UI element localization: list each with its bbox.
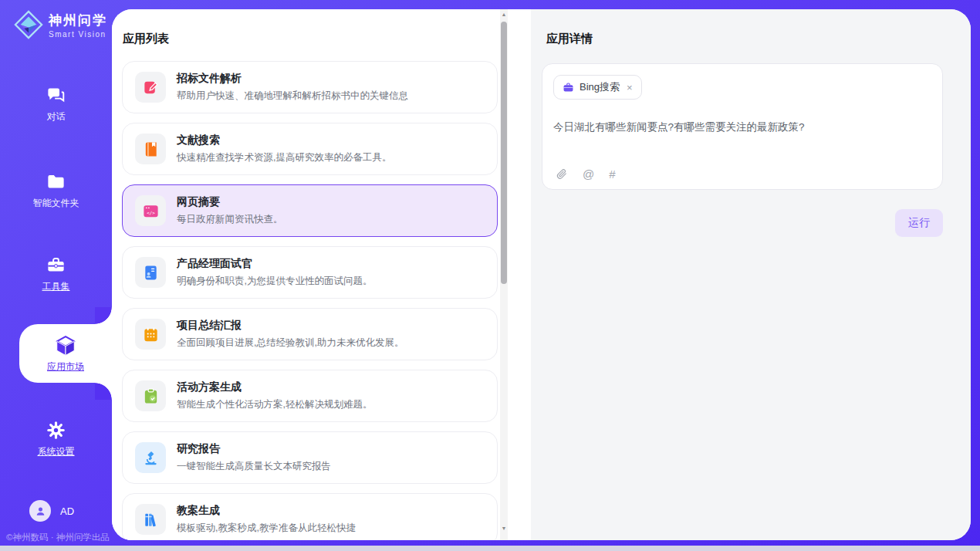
list-item-web-summary-selected[interactable]: </> 网页摘要 每日政府新闻资讯快查。 [122, 184, 498, 237]
sidebar: 神州问学 Smart Vision 对话 智能文件夹 工具集 [0, 0, 112, 551]
app-name: 招标文件解析 [177, 72, 408, 86]
edit-doc-icon [135, 72, 166, 103]
app-name: 活动方案生成 [177, 380, 372, 394]
main-content: 应用列表 招标文件解析 帮助用户快速、准确地理解和解析招标书中的关键信息 [112, 9, 971, 540]
sidebar-item-toolset[interactable]: 工具集 [0, 255, 112, 293]
mention-icon[interactable]: @ [583, 167, 594, 181]
sidebar-item-label: 工具集 [42, 280, 70, 293]
scrollbar-thumb[interactable] [501, 22, 507, 284]
app-desc: 智能生成个性化活动方案,轻松解决规划难题。 [177, 398, 372, 411]
cube-icon [54, 334, 77, 357]
tool-chip-bing-search[interactable]: Bing搜索 × [553, 75, 642, 100]
clipboard-check-icon [135, 380, 166, 411]
app-logo: 神州问学 Smart Vision [14, 10, 107, 39]
book-icon [135, 134, 166, 164]
chip-close-icon[interactable]: × [627, 82, 633, 93]
scroll-down-button[interactable]: ▼ [500, 523, 508, 534]
app-desc: 明确身份和职责,为您提供专业性的面试问题。 [177, 275, 372, 288]
list-item-research-report[interactable]: 研究报告 一键智能生成高质量长文本研究报告 [122, 431, 498, 484]
svg-text:</>: </> [147, 210, 155, 215]
app-name: 产品经理面试官 [177, 257, 372, 271]
app-desc: 一键智能生成高质量长文本研究报告 [177, 460, 331, 473]
calendar-icon [135, 319, 166, 350]
copyright-footer: ©神州数码 · 神州问学出品 [6, 532, 110, 543]
sidebar-item-settings[interactable]: 系统设置 [0, 420, 112, 458]
resume-icon [135, 257, 166, 288]
app-name: 研究报告 [177, 442, 331, 456]
app-name: 项目总结汇报 [177, 319, 404, 333]
list-item-bid-parse[interactable]: 招标文件解析 帮助用户快速、准确地理解和解析招标书中的关键信息 [122, 61, 498, 113]
prompt-text[interactable]: 今日湖北有哪些新闻要点?有哪些需要关注的最新政策? [553, 120, 931, 134]
app-desc: 快速精准查找学术资源,提高研究效率的必备工具。 [177, 151, 391, 164]
app-name: 文献搜索 [177, 134, 391, 147]
attachment-icon[interactable] [555, 167, 568, 181]
microscope-icon [135, 442, 166, 473]
app-name: 网页摘要 [177, 195, 283, 209]
app-list-title: 应用列表 [123, 32, 169, 46]
list-item-project-summary[interactable]: 项目总结汇报 全面回顾项目进展,总结经验教训,助力未来优化发展。 [122, 308, 498, 360]
app-desc: 全面回顾项目进展,总结经验教训,助力未来优化发展。 [177, 336, 404, 350]
browser-icon: </> [135, 195, 166, 226]
prompt-toolbar: @ # [555, 167, 616, 181]
sidebar-item-label: 系统设置 [38, 445, 75, 458]
logo-diamond-icon [14, 10, 43, 39]
gear-icon [46, 420, 66, 441]
hashtag-icon[interactable]: # [609, 167, 615, 181]
scroll-up-button[interactable]: ▲ [500, 9, 508, 20]
books-icon [135, 504, 166, 535]
list-item-event-plan[interactable]: 活动方案生成 智能生成个性化活动方案,轻松解决规划难题。 [122, 370, 498, 422]
run-button-row: 运行 [895, 209, 943, 237]
sidebar-item-label: 智能文件夹 [33, 197, 79, 210]
app-list: 招标文件解析 帮助用户快速、准确地理解和解析招标书中的关键信息 文献搜索 快速精… [122, 61, 498, 540]
app-desc: 帮助用户快速、准确地理解和解析招标书中的关键信息 [177, 90, 408, 103]
scrollbar-track[interactable]: ▲ ▼ [500, 9, 508, 540]
run-button[interactable]: 运行 [895, 209, 943, 237]
logo-title: 神州问学 [49, 12, 107, 29]
logo-subtitle: Smart Vision [49, 30, 107, 39]
prompt-input-card[interactable]: Bing搜索 × 今日湖北有哪些新闻要点?有哪些需要关注的最新政策? @ # [542, 63, 943, 190]
sidebar-item-chat[interactable]: 对话 [0, 85, 112, 123]
bottom-strip [0, 546, 980, 551]
app-desc: 模板驱动,教案秒成,教学准备从此轻松快捷 [177, 522, 356, 535]
folder-icon [46, 171, 66, 192]
list-item-pm-interviewer[interactable]: 产品经理面试官 明确身份和职责,为您提供专业性的面试问题。 [122, 246, 498, 299]
chat-icon [46, 85, 66, 106]
app-name: 教案生成 [177, 504, 356, 518]
sidebar-item-app-market-active[interactable]: 应用市场 [19, 324, 112, 383]
app-list-panel: 应用列表 招标文件解析 帮助用户快速、准确地理解和解析招标书中的关键信息 [112, 9, 531, 540]
toolbox-icon [46, 255, 66, 276]
list-item-lesson-plan[interactable]: 教案生成 模板驱动,教案秒成,教学准备从此轻松快捷 [122, 493, 498, 540]
person-icon [34, 505, 47, 518]
user-name: AD [60, 505, 74, 517]
sidebar-item-label: 应用市场 [47, 360, 84, 374]
tool-chip-label: Bing搜索 [580, 80, 620, 94]
app-detail-title: 应用详情 [546, 32, 593, 46]
sidebar-item-smart-folder[interactable]: 智能文件夹 [0, 171, 112, 210]
avatar [29, 500, 51, 522]
sidebar-item-label: 对话 [47, 110, 66, 123]
user-account[interactable]: AD [29, 500, 74, 522]
app-detail-panel: 应用详情 Bing搜索 × 今日湖北有哪些新闻要点?有哪些需要关注的最新政策? … [531, 9, 971, 540]
app-desc: 每日政府新闻资讯快查。 [177, 213, 283, 226]
briefcase-icon [563, 82, 574, 93]
list-item-literature-search[interactable]: 文献搜索 快速精准查找学术资源,提高研究效率的必备工具。 [122, 123, 498, 175]
